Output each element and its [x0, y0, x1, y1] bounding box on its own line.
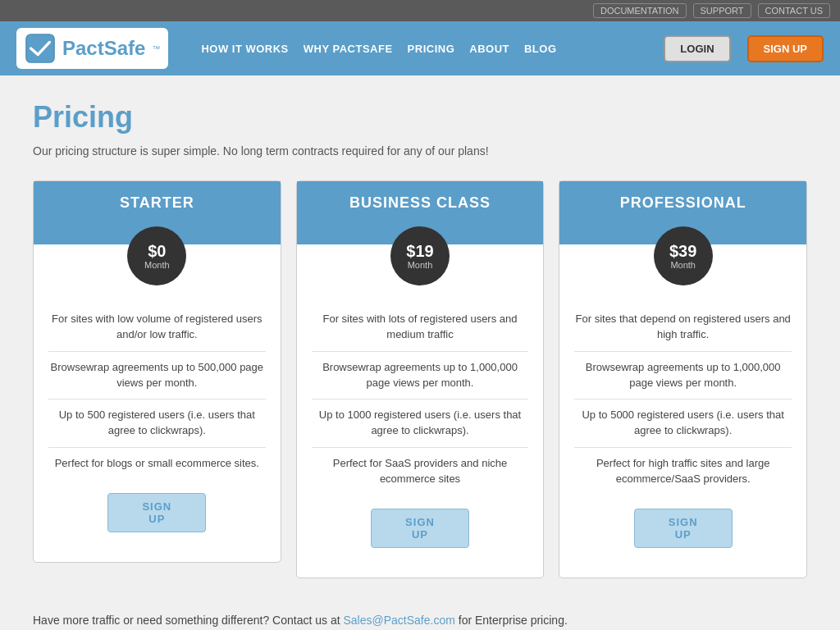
business-class-feature-3: Up to 1000 registered users (i.e. users … — [312, 399, 529, 448]
header: PactSafe™ HOW IT WORKS WHY PACTSAFE PRIC… — [0, 21, 840, 75]
professional-price-amount: $39 — [669, 242, 696, 260]
business-class-feature-2: Browsewrap agreements up to 1,000,000 pa… — [312, 352, 529, 400]
pricing-subtitle: Our pricing structure is super simple. N… — [33, 144, 807, 158]
starter-price-period: Month — [144, 260, 170, 270]
documentation-link[interactable]: DOCUMENTATION — [593, 3, 687, 18]
starter-plan-name: STARTER — [120, 194, 194, 211]
enterprise-text: Have more traffic or need something diff… — [33, 611, 807, 629]
professional-price-period: Month — [670, 260, 696, 270]
nav-about[interactable]: ABOUT — [469, 43, 509, 55]
starter-plan-card: STARTER $0 Month For sites with low volu… — [33, 180, 281, 563]
logo[interactable]: PactSafe™ — [16, 28, 168, 69]
business-class-feature-4: Perfect for SaaS providers and niche eco… — [312, 448, 529, 495]
professional-feature-4: Perfect for high traffic sites and large… — [574, 448, 792, 495]
login-button[interactable]: LOGIN — [664, 35, 730, 62]
professional-feature-2: Browsewrap agreements up to 1,000,000 pa… — [574, 352, 792, 400]
page-title: Pricing — [33, 100, 807, 135]
business-class-price-circle: $19 Month — [390, 226, 450, 285]
business-class-plan-card: BUSINESS CLASS $19 Month For sites with … — [296, 180, 545, 578]
signup-button-nav[interactable]: SIGN UP — [747, 35, 824, 62]
nav-pricing[interactable]: PRICING — [408, 43, 455, 55]
support-link[interactable]: SUPPORT — [693, 3, 751, 18]
business-class-price-period: Month — [408, 260, 433, 270]
professional-feature-3: Up to 5000 registered users (i.e. users … — [574, 399, 792, 448]
enterprise-email-link[interactable]: Sales@PactSafe.com — [343, 614, 454, 627]
logo-tm: ™ — [152, 44, 160, 53]
starter-signup-button[interactable]: SIGN UP — [107, 493, 206, 532]
starter-feature-2: Browsewrap agreements up to 500,000 page… — [48, 352, 266, 400]
business-class-price-amount: $19 — [406, 242, 433, 260]
starter-feature-1: For sites with low volume of registered … — [48, 304, 266, 352]
pricing-row: STARTER $0 Month For sites with low volu… — [33, 180, 807, 578]
starter-feature-4: Perfect for blogs or small ecommerce sit… — [48, 448, 266, 480]
starter-price-circle: $0 Month — [127, 226, 186, 285]
professional-price-circle: $39 Month — [654, 226, 713, 285]
logo-text: PactSafe — [62, 37, 145, 60]
starter-price-amount: $0 — [148, 242, 166, 260]
logo-icon — [25, 33, 56, 64]
nav-blog[interactable]: BLOG — [524, 43, 557, 55]
enterprise-text-prefix: Have more traffic or need something diff… — [33, 614, 343, 627]
business-class-feature-1: For sites with lots of registered users … — [312, 304, 529, 352]
nav-how-it-works[interactable]: HOW IT WORKS — [201, 43, 288, 55]
nav-why-pactsafe[interactable]: WHY PACTSAFE — [304, 43, 393, 55]
business-class-signup-button[interactable]: SIGN UP — [371, 509, 469, 548]
top-bar: DOCUMENTATION SUPPORT CONTACT US — [0, 0, 840, 21]
starter-card-body: For sites with low volume of registered … — [34, 295, 281, 546]
starter-feature-3: Up to 500 registered users (i.e. users t… — [48, 399, 266, 448]
professional-plan-name: PROFESSIONAL — [620, 194, 746, 211]
business-class-plan-name: BUSINESS CLASS — [349, 194, 491, 211]
professional-card-body: For sites that depend on registered user… — [559, 295, 806, 561]
main-nav: HOW IT WORKS WHY PACTSAFE PRICING ABOUT … — [201, 43, 647, 55]
professional-feature-1: For sites that depend on registered user… — [574, 304, 792, 352]
professional-plan-card: PROFESSIONAL $39 Month For sites that de… — [559, 180, 807, 578]
contact-us-link[interactable]: CONTACT US — [758, 3, 831, 18]
enterprise-text-suffix: for Enterprise pricing. — [455, 614, 568, 627]
main-content: Pricing Our pricing structure is super s… — [0, 75, 840, 630]
business-class-card-body: For sites with lots of registered users … — [297, 295, 544, 561]
professional-signup-button[interactable]: SIGN UP — [634, 509, 733, 548]
